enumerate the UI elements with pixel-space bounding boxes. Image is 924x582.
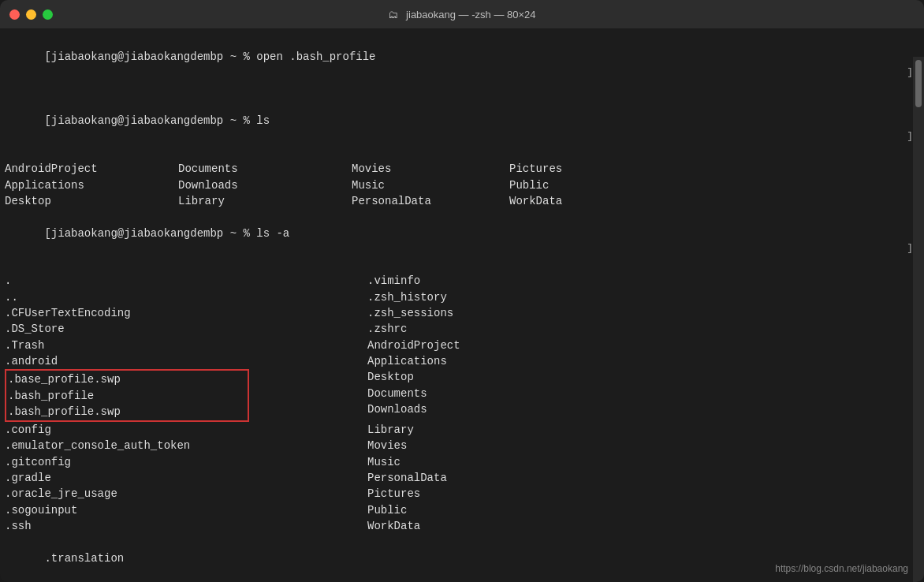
lsa-item: Documents <box>367 386 908 401</box>
lsa-output-row: .oracle_jre_usage Pictures <box>5 486 908 502</box>
highlight-box: .base_profile.swp .bash_profile .bash_pr… <box>5 369 249 422</box>
scrollbar[interactable] <box>913 57 924 582</box>
lsa-output-row: .Trash AndroidProject <box>5 338 908 353</box>
lsa-item: .gitconfig <box>5 454 367 470</box>
lsa-right-col: Desktop Documents Downloads <box>249 369 908 422</box>
lsa-item: .emulator_console_auth_token <box>5 438 367 453</box>
lsa-item: .gradle <box>5 470 367 486</box>
ls-item: Documents <box>178 161 352 177</box>
lsa-item: Desktop <box>367 369 908 385</box>
lsa-item: Library <box>367 422 604 438</box>
lsa-item: Applications <box>367 353 604 369</box>
terminal-body[interactable]: [jiabaokang@jiabaokangdembp ~ % open .ba… <box>0 28 924 582</box>
ls-item: Applications <box>5 177 178 193</box>
ls-item: AndroidProject <box>5 161 178 177</box>
lsa-item-highlighted: .bash_profile <box>8 388 243 404</box>
ls-item: Pictures <box>509 161 667 177</box>
lsa-item-highlighted: .base_profile.swp <box>8 371 243 387</box>
lsa-item: .ssh <box>5 518 367 534</box>
lsa-item: Music <box>367 454 604 470</box>
lsa-item: AndroidProject <box>367 338 604 353</box>
minimize-button[interactable] <box>26 9 36 20</box>
lsa-output-row: .translation <box>5 534 908 582</box>
prompt-text: [jiabaokang@jiabaokangdembp ~ % ls -a <box>44 227 289 240</box>
lsa-item-highlighted: .bash_profile.swp <box>8 404 243 420</box>
lsa-output-row: .DS_Store .zshrc <box>5 321 908 337</box>
lsa-item: Movies <box>367 438 604 453</box>
ls-item: Music <box>352 177 509 193</box>
ls-output-row: Desktop Library PersonalData WorkData <box>5 193 908 209</box>
lsa-item: .. <box>5 289 367 305</box>
lsa-item: .zsh_sessions <box>367 305 604 321</box>
lsa-output-row: .gitconfig Music <box>5 454 908 470</box>
highlighted-section: .base_profile.swp .bash_profile .bash_pr… <box>5 369 908 422</box>
ls-item: WorkData <box>509 193 667 209</box>
watermark: https://blog.csdn.net/jiabaokang <box>775 562 908 576</box>
window-title: 🗂 jiabaokang — -zsh — 80×24 <box>388 9 535 21</box>
maximize-button[interactable] <box>43 9 53 20</box>
ls-item: Library <box>178 193 352 209</box>
ls-item: Downloads <box>178 177 352 193</box>
ls-item: Desktop <box>5 193 178 209</box>
titlebar: 🗂 jiabaokang — -zsh — 80×24 <box>0 0 924 28</box>
prompt-text: [jiabaokang@jiabaokangdembp ~ % ls <box>44 114 270 127</box>
traffic-lights <box>9 9 53 20</box>
lsa-item: .oracle_jre_usage <box>5 486 367 502</box>
lsa-output-row: .config Library <box>5 422 908 438</box>
lsa-item: .android <box>5 353 367 369</box>
ls-item: Public <box>509 177 667 193</box>
lsa-output-row: .ssh WorkData <box>5 518 908 534</box>
prompt-text: [jiabaokang@jiabaokangdembp ~ % open .ba… <box>44 50 375 63</box>
lsa-item: .viminfo <box>367 273 604 289</box>
ls-output-row: Applications Downloads Music Public <box>5 177 908 193</box>
terminal-line: [jiabaokang@jiabaokangdembp ~ % open .ba… <box>5 33 908 97</box>
lsa-item: Pictures <box>367 486 604 502</box>
lsa-item: .translation <box>44 552 124 565</box>
lsa-item: .Trash <box>5 338 367 353</box>
lsa-item: Downloads <box>367 401 908 417</box>
ls-output-row: AndroidProject Documents Movies Pictures <box>5 161 908 177</box>
lsa-item: WorkData <box>367 518 604 534</box>
lsa-item: .sogouinput <box>5 502 367 518</box>
close-button[interactable] <box>9 9 20 20</box>
lsa-item: Public <box>367 502 604 518</box>
lsa-item: .config <box>5 422 367 438</box>
lsa-output-row: .android Applications <box>5 353 908 369</box>
terminal-line: [jiabaokang@jiabaokangdembp ~ % ls ] <box>5 97 908 161</box>
lsa-item: .DS_Store <box>5 321 367 337</box>
folder-icon: 🗂 <box>388 9 398 21</box>
scrollbar-thumb[interactable] <box>915 60 922 107</box>
terminal-line: [jiabaokang@jiabaokangdembp ~ % ls -a ] <box>5 209 908 273</box>
lsa-output-row: .. .zsh_history <box>5 289 908 305</box>
lsa-item: . <box>5 273 367 289</box>
ls-item: PersonalData <box>352 193 509 209</box>
terminal-window: 🗂 jiabaokang — -zsh — 80×24 [jiabaokang@… <box>0 0 924 582</box>
lsa-output-row: .emulator_console_auth_token Movies <box>5 438 908 453</box>
lsa-item: .zsh_history <box>367 289 604 305</box>
lsa-output-row: .sogouinput Public <box>5 502 908 518</box>
lsa-item: .CFUserTextEncoding <box>5 305 367 321</box>
lsa-item: .zshrc <box>367 321 604 337</box>
lsa-output-row: .CFUserTextEncoding .zsh_sessions <box>5 305 908 321</box>
lsa-item: PersonalData <box>367 470 604 486</box>
lsa-output-row: . .viminfo <box>5 273 908 289</box>
ls-item: Movies <box>352 161 509 177</box>
lsa-output-row: .gradle PersonalData <box>5 470 908 486</box>
